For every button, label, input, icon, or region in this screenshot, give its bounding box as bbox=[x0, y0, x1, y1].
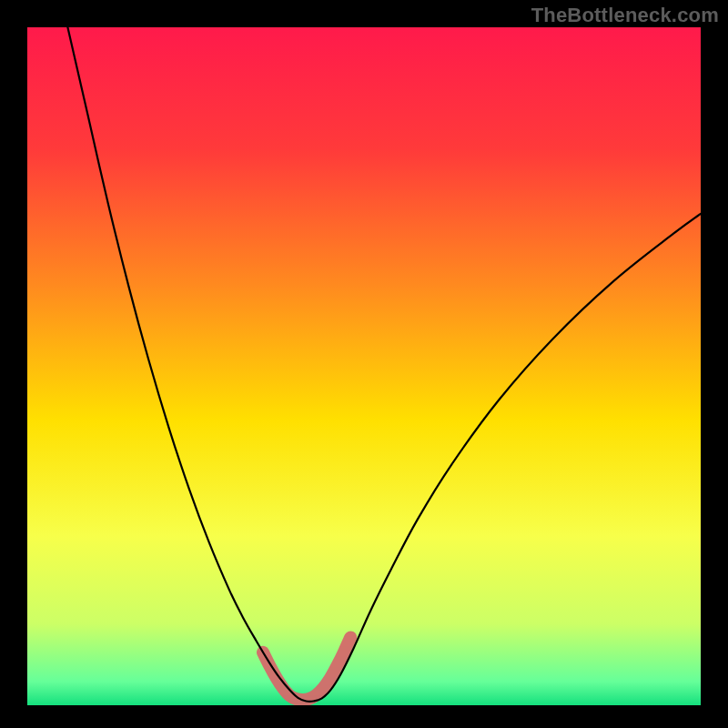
chart-frame: TheBottleneck.com bbox=[0, 0, 728, 728]
watermark-label: TheBottleneck.com bbox=[531, 4, 719, 27]
chart-svg bbox=[27, 27, 701, 705]
gradient-background bbox=[27, 27, 701, 705]
plot-area bbox=[27, 27, 701, 705]
